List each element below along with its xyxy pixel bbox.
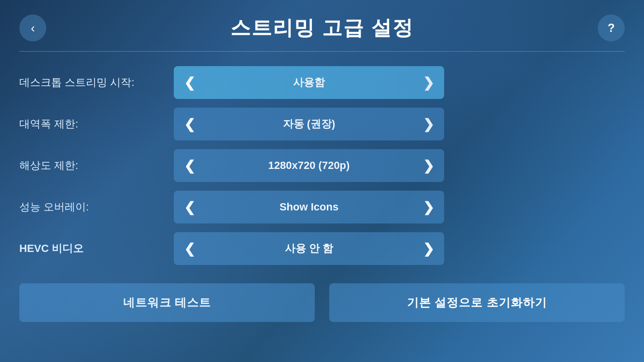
selector-right-perf-overlay[interactable]: ❯ bbox=[413, 191, 444, 223]
setting-row-hevc-video: HEVC 비디오❮사용 안 함❯ bbox=[19, 232, 625, 265]
setting-label-bandwidth-limit: 대역폭 제한: bbox=[19, 117, 174, 131]
help-icon: ? bbox=[608, 21, 615, 35]
setting-row-desktop-streaming: 데스크톱 스트리밍 시작:❮사용함❯ bbox=[19, 66, 625, 99]
selector-desktop-streaming: ❮사용함❯ bbox=[174, 66, 444, 99]
selector-right-resolution-limit[interactable]: ❯ bbox=[413, 149, 444, 182]
selector-perf-overlay: ❮Show Icons❯ bbox=[174, 191, 444, 223]
network-test-button[interactable]: 네트워크 테스트 bbox=[19, 283, 315, 322]
header: ‹ 스트리밍 고급 설정 ? bbox=[0, 0, 644, 51]
selector-value-hevc-video: 사용 안 함 bbox=[205, 241, 413, 256]
selector-left-bandwidth-limit[interactable]: ❮ bbox=[174, 108, 205, 140]
selector-value-bandwidth-limit: 자동 (권장) bbox=[205, 117, 413, 131]
selector-right-bandwidth-limit[interactable]: ❯ bbox=[413, 108, 444, 140]
back-icon: ‹ bbox=[31, 21, 35, 36]
selector-left-perf-overlay[interactable]: ❮ bbox=[174, 191, 205, 223]
setting-row-perf-overlay: 성능 오버레이:❮Show Icons❯ bbox=[19, 191, 625, 223]
selector-left-hevc-video[interactable]: ❮ bbox=[174, 232, 205, 265]
page-title: 스트리밍 고급 설정 bbox=[230, 14, 413, 42]
selector-bandwidth-limit: ❮자동 (권장)❯ bbox=[174, 108, 444, 140]
back-button[interactable]: ‹ bbox=[19, 14, 46, 42]
selector-right-desktop-streaming[interactable]: ❯ bbox=[413, 66, 444, 99]
selector-hevc-video: ❮사용 안 함❯ bbox=[174, 232, 444, 265]
setting-label-desktop-streaming: 데스크톱 스트리밍 시작: bbox=[19, 75, 174, 90]
selector-value-perf-overlay: Show Icons bbox=[205, 201, 413, 213]
setting-row-bandwidth-limit: 대역폭 제한:❮자동 (권장)❯ bbox=[19, 108, 625, 140]
header-divider bbox=[19, 51, 625, 52]
setting-row-resolution-limit: 해상도 제한:❮1280x720 (720p)❯ bbox=[19, 149, 625, 182]
setting-label-hevc-video: HEVC 비디오 bbox=[19, 241, 174, 256]
selector-value-resolution-limit: 1280x720 (720p) bbox=[205, 159, 413, 172]
setting-label-perf-overlay: 성능 오버레이: bbox=[19, 200, 174, 214]
settings-content: 데스크톱 스트리밍 시작:❮사용함❯대역폭 제한:❮자동 (권장)❯해상도 제한… bbox=[0, 66, 644, 265]
selector-resolution-limit: ❮1280x720 (720p)❯ bbox=[174, 149, 444, 182]
selector-left-desktop-streaming[interactable]: ❮ bbox=[174, 66, 205, 99]
reset-defaults-button[interactable]: 기본 설정으로 초기화하기 bbox=[329, 283, 625, 322]
selector-left-resolution-limit[interactable]: ❮ bbox=[174, 149, 205, 182]
selector-right-hevc-video[interactable]: ❯ bbox=[413, 232, 444, 265]
bottom-buttons: 네트워크 테스트 기본 설정으로 초기화하기 bbox=[0, 274, 644, 322]
help-button[interactable]: ? bbox=[598, 14, 625, 42]
selector-value-desktop-streaming: 사용함 bbox=[205, 75, 413, 90]
setting-label-resolution-limit: 해상도 제한: bbox=[19, 158, 174, 173]
